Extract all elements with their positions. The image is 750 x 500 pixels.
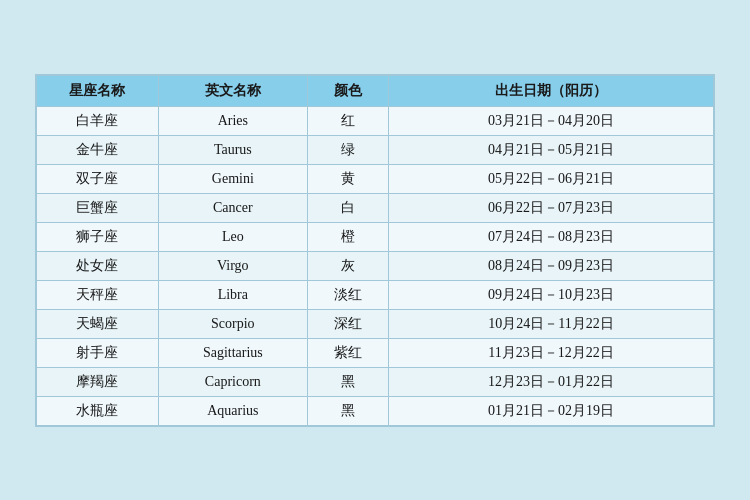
cell-english: Leo bbox=[158, 222, 307, 251]
cell-chinese: 天蝎座 bbox=[37, 309, 159, 338]
cell-color: 紫红 bbox=[307, 338, 388, 367]
cell-date: 08月24日－09月23日 bbox=[389, 251, 714, 280]
cell-english: Virgo bbox=[158, 251, 307, 280]
table-row: 白羊座Aries红03月21日－04月20日 bbox=[37, 106, 714, 135]
table-header-row: 星座名称 英文名称 颜色 出生日期（阳历） bbox=[37, 75, 714, 106]
cell-color: 黄 bbox=[307, 164, 388, 193]
cell-english: Aries bbox=[158, 106, 307, 135]
table-body: 白羊座Aries红03月21日－04月20日金牛座Taurus绿04月21日－0… bbox=[37, 106, 714, 425]
cell-english: Sagittarius bbox=[158, 338, 307, 367]
cell-date: 07月24日－08月23日 bbox=[389, 222, 714, 251]
cell-english: Taurus bbox=[158, 135, 307, 164]
cell-color: 橙 bbox=[307, 222, 388, 251]
header-color: 颜色 bbox=[307, 75, 388, 106]
cell-color: 黑 bbox=[307, 367, 388, 396]
cell-date: 11月23日－12月22日 bbox=[389, 338, 714, 367]
cell-english: Libra bbox=[158, 280, 307, 309]
zodiac-table-container: 星座名称 英文名称 颜色 出生日期（阳历） 白羊座Aries红03月21日－04… bbox=[35, 74, 715, 427]
cell-color: 黑 bbox=[307, 396, 388, 425]
table-row: 天秤座Libra淡红09月24日－10月23日 bbox=[37, 280, 714, 309]
table-row: 双子座Gemini黄05月22日－06月21日 bbox=[37, 164, 714, 193]
cell-date: 04月21日－05月21日 bbox=[389, 135, 714, 164]
table-row: 处女座Virgo灰08月24日－09月23日 bbox=[37, 251, 714, 280]
cell-chinese: 狮子座 bbox=[37, 222, 159, 251]
zodiac-table: 星座名称 英文名称 颜色 出生日期（阳历） 白羊座Aries红03月21日－04… bbox=[36, 75, 714, 426]
cell-date: 03月21日－04月20日 bbox=[389, 106, 714, 135]
cell-date: 01月21日－02月19日 bbox=[389, 396, 714, 425]
table-row: 水瓶座Aquarius黑01月21日－02月19日 bbox=[37, 396, 714, 425]
cell-chinese: 双子座 bbox=[37, 164, 159, 193]
cell-color: 淡红 bbox=[307, 280, 388, 309]
header-chinese: 星座名称 bbox=[37, 75, 159, 106]
table-row: 摩羯座Capricorn黑12月23日－01月22日 bbox=[37, 367, 714, 396]
cell-chinese: 天秤座 bbox=[37, 280, 159, 309]
cell-color: 灰 bbox=[307, 251, 388, 280]
cell-color: 深红 bbox=[307, 309, 388, 338]
table-row: 金牛座Taurus绿04月21日－05月21日 bbox=[37, 135, 714, 164]
cell-chinese: 白羊座 bbox=[37, 106, 159, 135]
table-row: 天蝎座Scorpio深红10月24日－11月22日 bbox=[37, 309, 714, 338]
cell-date: 10月24日－11月22日 bbox=[389, 309, 714, 338]
cell-date: 09月24日－10月23日 bbox=[389, 280, 714, 309]
cell-chinese: 水瓶座 bbox=[37, 396, 159, 425]
cell-date: 12月23日－01月22日 bbox=[389, 367, 714, 396]
cell-english: Capricorn bbox=[158, 367, 307, 396]
cell-date: 06月22日－07月23日 bbox=[389, 193, 714, 222]
cell-date: 05月22日－06月21日 bbox=[389, 164, 714, 193]
cell-english: Gemini bbox=[158, 164, 307, 193]
cell-color: 红 bbox=[307, 106, 388, 135]
cell-english: Cancer bbox=[158, 193, 307, 222]
cell-english: Scorpio bbox=[158, 309, 307, 338]
cell-chinese: 金牛座 bbox=[37, 135, 159, 164]
header-date: 出生日期（阳历） bbox=[389, 75, 714, 106]
cell-chinese: 摩羯座 bbox=[37, 367, 159, 396]
cell-chinese: 巨蟹座 bbox=[37, 193, 159, 222]
table-row: 射手座Sagittarius紫红11月23日－12月22日 bbox=[37, 338, 714, 367]
cell-chinese: 射手座 bbox=[37, 338, 159, 367]
cell-color: 绿 bbox=[307, 135, 388, 164]
cell-english: Aquarius bbox=[158, 396, 307, 425]
table-row: 狮子座Leo橙07月24日－08月23日 bbox=[37, 222, 714, 251]
header-english: 英文名称 bbox=[158, 75, 307, 106]
cell-chinese: 处女座 bbox=[37, 251, 159, 280]
table-row: 巨蟹座Cancer白06月22日－07月23日 bbox=[37, 193, 714, 222]
cell-color: 白 bbox=[307, 193, 388, 222]
